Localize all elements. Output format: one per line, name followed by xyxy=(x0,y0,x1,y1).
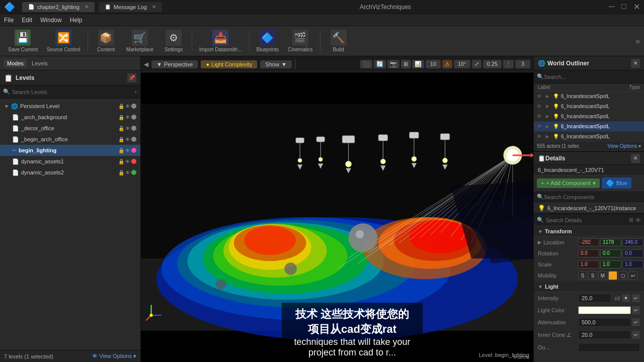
details-close[interactable]: ✕ xyxy=(631,154,640,163)
outer-cone-input[interactable] xyxy=(578,343,640,352)
vp-maximize-btn[interactable]: ⤢ xyxy=(472,60,481,68)
toolbar-expand[interactable]: » xyxy=(635,37,640,46)
details-view-icon[interactable]: ⊞ xyxy=(629,217,633,223)
menu-help[interactable]: Help xyxy=(70,17,83,24)
location-z-input[interactable] xyxy=(622,238,643,246)
import-datasmith-button[interactable]: 📥 Import Datasmith... xyxy=(195,28,246,54)
svg-rect-45 xyxy=(440,134,449,140)
attenuation-input[interactable] xyxy=(578,318,631,327)
show-button[interactable]: Show ▼ xyxy=(260,60,291,68)
tab-messagelog[interactable]: 📋 Message Log ✕ xyxy=(99,2,162,12)
level-count: 7 levels (1 selected) xyxy=(4,353,53,359)
svg-point-16 xyxy=(244,226,296,254)
scale-label: Scale xyxy=(538,261,578,267)
menu-edit[interactable]: Edit xyxy=(22,17,32,24)
vp-rotate-btn[interactable]: 🔄 xyxy=(374,60,386,68)
rotation-x-input[interactable] xyxy=(578,249,599,257)
tab-chapter2[interactable]: 📄 chapter2_lighting ✕ xyxy=(22,2,95,12)
outliner-item[interactable]: 👁 ▶ 💡 6_IncandescantSpotL xyxy=(534,102,644,112)
search-components-input[interactable] xyxy=(544,194,641,200)
vp-extra-btn[interactable]: ⋮ xyxy=(503,60,514,68)
outliner-item[interactable]: 👁 ▶ 💡 6_IncandescantSpotL xyxy=(534,132,644,142)
outliner-item[interactable]: 👁 ▶ 💡 6_IncandescantSpotL xyxy=(534,112,644,122)
vp-sep-1 xyxy=(295,59,295,69)
list-item[interactable]: 📄 dynamic_assets1 🔒 👁 xyxy=(0,156,140,167)
stationary-btn[interactable]: S xyxy=(588,271,597,280)
scale-y-input[interactable] xyxy=(600,260,621,268)
list-item[interactable]: ▼ 🌐 Persistent Level 🔒 👁 xyxy=(0,101,140,112)
vp-stat-btn[interactable]: 📊 xyxy=(412,60,424,68)
outliner-item[interactable]: 👁 ▶ 💡 6_IncandescantSpotL xyxy=(534,92,644,102)
intensity-input[interactable] xyxy=(578,294,611,303)
view-options-outliner[interactable]: View Options ▾ xyxy=(607,143,641,149)
modes-button[interactable]: Modes xyxy=(4,59,27,67)
marketplace-button[interactable]: 🛒 Marketplace xyxy=(122,28,157,54)
list-item[interactable]: 📄 _arch_background 🔒 👁 xyxy=(0,112,140,123)
build-button[interactable]: 🔨 Build xyxy=(324,28,354,54)
location-x-input[interactable] xyxy=(578,238,599,246)
svg-point-66 xyxy=(216,279,226,290)
scale-x-input[interactable] xyxy=(578,260,599,268)
color-reset[interactable]: ↩ xyxy=(632,306,640,314)
add-component-button[interactable]: + + Add Component ▾ xyxy=(537,178,600,188)
rotation-y-input[interactable] xyxy=(600,249,621,257)
static-btn[interactable]: S xyxy=(578,271,587,280)
perspective-button[interactable]: ▼ Perspective xyxy=(151,60,198,68)
level-actions: 🔒 👁 xyxy=(118,159,136,164)
cinematics-button[interactable]: 🎬 Cinematics xyxy=(284,28,316,54)
zoom-num[interactable]: 0.25 xyxy=(483,60,502,68)
light-section-header[interactable]: ▼ Light xyxy=(534,282,644,292)
grid-num[interactable]: 10 xyxy=(426,60,441,68)
intensity-arrow[interactable]: ↩ xyxy=(632,294,640,302)
outliner-close[interactable]: ✕ xyxy=(631,59,640,68)
menu-window[interactable]: Window xyxy=(40,17,62,24)
vp-cam-btn[interactable]: 📷 xyxy=(387,60,399,68)
details-eye-icon[interactable]: 👁 xyxy=(635,217,641,223)
blueprints-button[interactable]: 🔷 Blueprints xyxy=(253,28,283,54)
light-movable-btn[interactable]: 🔆 xyxy=(608,271,617,280)
light-color-swatch[interactable] xyxy=(578,306,631,314)
component-name: 6_Incandescent_-_120V71(Instance xyxy=(547,205,640,211)
inner-cone-reset[interactable]: ↩ xyxy=(632,331,640,339)
source-control-button[interactable]: 🔀 Source Control xyxy=(43,28,85,54)
extra-mob-btn[interactable]: ⬡ xyxy=(618,271,627,280)
pin-button[interactable]: 📌 xyxy=(127,73,136,82)
window-controls[interactable]: ─ □ ✕ xyxy=(609,2,640,12)
location-expand[interactable]: ▶ xyxy=(538,240,541,245)
outliner-item-selected[interactable]: 👁 ▶ 💡 6_IncandescantSpotL xyxy=(534,122,644,132)
view-options-link[interactable]: 👁 View Options ▾ xyxy=(92,353,136,359)
attenuation-reset[interactable]: ↩ xyxy=(632,318,640,326)
list-item[interactable]: 📄 _begin_arch_office 🔒 👁 xyxy=(0,134,140,145)
levels-button[interactable]: Levels xyxy=(29,59,51,67)
intensity-unit: cd xyxy=(614,296,620,301)
component-item[interactable]: 💡 6_Incandescent_-_120V71(Instance xyxy=(534,203,644,213)
level-actions: 🔒 👁 xyxy=(118,104,136,109)
list-item[interactable]: 📄 _decor_office 🔒 👁 xyxy=(0,123,140,134)
settings-button[interactable]: ⚙ Settings xyxy=(158,28,189,54)
list-item-active[interactable]: ✏ begin_lighting 🔒 👁 xyxy=(0,145,140,156)
rotation-z-input[interactable] xyxy=(622,249,643,257)
attenuation-row: Attenuation ↩ xyxy=(534,316,644,329)
svg-point-53 xyxy=(298,158,302,162)
transform-section-header[interactable]: ▼ Transform xyxy=(534,226,644,237)
content-button[interactable]: 📦 Content xyxy=(91,28,121,54)
vp-grid-btn[interactable]: ⊞ xyxy=(401,60,411,68)
intensity-reset[interactable]: ▼ xyxy=(622,294,630,302)
movable-btn[interactable]: M xyxy=(598,271,607,280)
menu-file[interactable]: File xyxy=(4,17,14,24)
scale-z-input[interactable] xyxy=(622,260,643,268)
blue-button[interactable]: 🔷 Blue xyxy=(602,177,631,189)
location-y-input[interactable] xyxy=(600,238,621,246)
light-complexity-button[interactable]: ● Light Complexity xyxy=(201,60,257,68)
list-item[interactable]: 📄 dynamic_assets2 🔒 👁 xyxy=(0,167,140,178)
search-details-input[interactable] xyxy=(546,217,627,223)
angle-num[interactable]: 10° xyxy=(454,60,470,68)
levels-search-input[interactable] xyxy=(12,89,132,95)
save-current-button[interactable]: 💾 Save Current xyxy=(4,28,42,54)
vp-warn-btn[interactable]: ⚠ xyxy=(442,60,452,68)
inner-cone-input[interactable] xyxy=(578,330,631,339)
levels-panel-controls[interactable]: 📌 xyxy=(127,73,136,82)
outliner-search-input[interactable] xyxy=(544,74,641,80)
reset-mob-btn[interactable]: ↩ xyxy=(628,271,637,280)
vp-move-btn[interactable]: ⬛ xyxy=(360,60,372,68)
